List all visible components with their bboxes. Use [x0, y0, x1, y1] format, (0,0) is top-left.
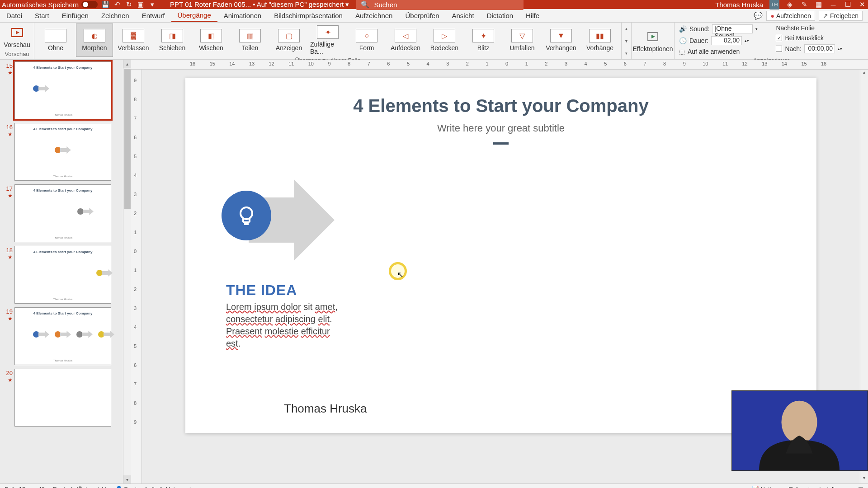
- search-box[interactable]: 🔍 Suchen: [356, 0, 524, 10]
- search-placeholder: Suchen: [374, 1, 397, 9]
- cursor-icon: ↖: [397, 270, 404, 280]
- element-body-text[interactable]: Lorem ipsum dolor sit amet, consectetur …: [226, 301, 344, 350]
- next-slide-label: Nächste Folie: [776, 24, 842, 32]
- present-from-start-icon[interactable]: ▣: [137, 0, 145, 9]
- transition-bedecken[interactable]: ▷Bedecken: [426, 23, 463, 57]
- slide-counter[interactable]: Folie 15 von 40: [5, 486, 45, 488]
- gallery-down-icon[interactable]: ▼: [624, 39, 628, 43]
- menu-tab-zeichnen[interactable]: Zeichnen: [95, 9, 136, 22]
- comments-icon[interactable]: 💬: [754, 11, 763, 20]
- webcam-overlay: [731, 390, 868, 471]
- thumbnails-scrollbar[interactable]: ▴ ▾: [123, 60, 131, 483]
- menu-tab-ansicht[interactable]: Ansicht: [446, 9, 481, 22]
- share-button[interactable]: ↗Freigeben: [819, 11, 863, 21]
- svg-marker-3: [651, 35, 655, 38]
- window-layout-icon[interactable]: ▦: [815, 0, 823, 9]
- diamond-icon[interactable]: ◈: [786, 0, 794, 9]
- transition-teilen[interactable]: ▥Teilen: [231, 23, 269, 57]
- clock-icon: 🕓: [679, 37, 687, 44]
- idea-icon-circle[interactable]: [222, 191, 271, 240]
- status-bar: Folie 15 von 40 Deutsch (Österreich) 👤 B…: [0, 483, 868, 488]
- transition-anzeigen[interactable]: ▢Anzeigen: [270, 23, 307, 57]
- gallery-more-icon[interactable]: ▾: [625, 51, 627, 56]
- transition-schieben[interactable]: ◨Schieben: [154, 23, 191, 57]
- slide-thumbnails-panel: 15★4 Elements to Start your CompanyThoma…: [0, 60, 131, 483]
- menu-tab-hilfe[interactable]: Hilfe: [519, 9, 546, 22]
- qat-more-icon[interactable]: ▾: [148, 0, 156, 9]
- sound-icon: 🔊: [679, 25, 687, 33]
- svg-marker-1: [16, 31, 19, 34]
- slide-subtitle[interactable]: Write here your great subtitle: [185, 122, 816, 134]
- menu-bar: DateiStartEinfügenZeichnenEntwurfÜbergän…: [0, 9, 868, 23]
- transition-aufdecken[interactable]: ◁Aufdecken: [387, 23, 424, 57]
- menu-tab-datei[interactable]: Datei: [0, 9, 28, 22]
- user-avatar[interactable]: TH: [769, 0, 779, 9]
- save-icon[interactable]: 💾: [101, 0, 109, 9]
- slide-canvas[interactable]: 4 Elements to Start your Company Write h…: [185, 78, 816, 433]
- title-divider: [493, 142, 509, 145]
- title-bar: Automatisches Speichern 💾 ↶ ↻ ▣ ▾ PPT 01…: [0, 0, 868, 9]
- preview-button[interactable]: Vorschau: [3, 23, 31, 51]
- autosave-label: Automatisches Speichern: [2, 1, 79, 9]
- maximize-button[interactable]: ☐: [844, 0, 852, 9]
- vertical-ruler[interactable]: 9876543210123456789: [131, 70, 142, 483]
- document-title: PPT 01 Roter Faden 005... • Auf "diesem …: [170, 0, 349, 9]
- language-status[interactable]: Deutsch (Österreich): [53, 486, 107, 488]
- minimize-button[interactable]: ─: [829, 0, 837, 9]
- slide-thumb-20[interactable]: 20★: [4, 369, 121, 427]
- accessibility-status[interactable]: 👤 Barrierefreiheit: Untersuchen: [115, 486, 199, 488]
- apply-all-icon: ⬚: [679, 48, 685, 55]
- menu-tab-übergänge[interactable]: Übergänge: [171, 9, 217, 22]
- horizontal-ruler[interactable]: 1615141312111098765432101234567891011121…: [131, 60, 868, 70]
- slide-title[interactable]: 4 Elements to Start your Company: [185, 78, 816, 116]
- user-name[interactable]: Thomas Hruska: [715, 1, 763, 9]
- transition-verblassen[interactable]: ▓Verblassen: [115, 23, 152, 57]
- effect-options-button[interactable]: Effektoptionen: [634, 23, 671, 58]
- author-name[interactable]: Thomas Hruska: [284, 402, 367, 416]
- transition-verhängen[interactable]: ▼Verhängen: [542, 23, 580, 57]
- after-input[interactable]: 00:00,00: [804, 44, 835, 53]
- element-heading[interactable]: THE IDEA: [226, 282, 297, 299]
- transition-wischen[interactable]: ◧Wischen: [193, 23, 230, 57]
- transition-blitz[interactable]: ✦Blitz: [465, 23, 502, 57]
- close-button[interactable]: ✕: [858, 0, 866, 9]
- menu-tab-start[interactable]: Start: [28, 9, 56, 22]
- pen-icon[interactable]: ✎: [800, 0, 808, 9]
- apply-all-button[interactable]: Auf alle anwenden: [688, 48, 740, 55]
- search-icon: 🔍: [361, 0, 369, 9]
- preview-group-label: Vorschau: [3, 51, 31, 58]
- menu-tab-animationen[interactable]: Animationen: [217, 9, 268, 22]
- slide-thumb-17[interactable]: 17★4 Elements to Start your CompanyThoma…: [4, 184, 121, 242]
- display-settings-button[interactable]: 🖥 Anzeigeeinstellungen: [788, 486, 851, 488]
- on-click-checkbox[interactable]: [776, 35, 782, 41]
- slide-thumb-19[interactable]: 19★4 Elements to Start your CompanyThoma…: [4, 307, 121, 365]
- slide-thumb-15[interactable]: 15★4 Elements to Start your CompanyThoma…: [4, 61, 121, 119]
- gallery-up-icon[interactable]: ▲: [624, 27, 628, 31]
- menu-tab-aufzeichnen[interactable]: Aufzeichnen: [349, 9, 399, 22]
- menu-tab-dictation[interactable]: Dictation: [481, 9, 519, 22]
- redo-icon[interactable]: ↻: [125, 0, 133, 9]
- sound-select[interactable]: [Ohne Sound]: [712, 24, 753, 33]
- transition-morphen[interactable]: ◐Morphen: [76, 23, 113, 57]
- slide-thumb-16[interactable]: 16★4 Elements to Start your CompanyThoma…: [4, 123, 121, 181]
- notes-button[interactable]: 📝 Notizen: [752, 486, 781, 488]
- normal-view-icon[interactable]: ▦: [858, 486, 863, 488]
- duration-input[interactable]: 02,00: [711, 36, 742, 45]
- autosave-toggle[interactable]: [81, 1, 98, 8]
- menu-tab-bildschirmpräsentation[interactable]: Bildschirmpräsentation: [268, 9, 349, 22]
- menu-tab-überprüfen[interactable]: Überprüfen: [399, 9, 445, 22]
- transition-vorhänge[interactable]: ▮▮Vorhänge: [581, 23, 618, 57]
- transition-ohne[interactable]: Ohne: [37, 23, 74, 57]
- after-checkbox[interactable]: [776, 46, 782, 52]
- transition-umfallen[interactable]: ▽Umfallen: [504, 23, 541, 57]
- menu-tab-einfügen[interactable]: Einfügen: [56, 9, 95, 22]
- svg-point-5: [241, 207, 252, 219]
- transition-zufällige ba...[interactable]: ✦Zufällige Ba...: [309, 23, 346, 57]
- lightbulb-icon: [235, 204, 258, 227]
- ribbon: Vorschau Vorschau Ohne◐Morphen▓Verblasse…: [0, 23, 868, 60]
- slide-thumb-18[interactable]: 18★4 Elements to Start your CompanyThoma…: [4, 246, 121, 304]
- transition-form[interactable]: ○Form: [348, 23, 385, 57]
- undo-icon[interactable]: ↶: [113, 0, 121, 9]
- record-button[interactable]: ●Aufzeichnen: [766, 11, 815, 21]
- menu-tab-entwurf[interactable]: Entwurf: [136, 9, 171, 22]
